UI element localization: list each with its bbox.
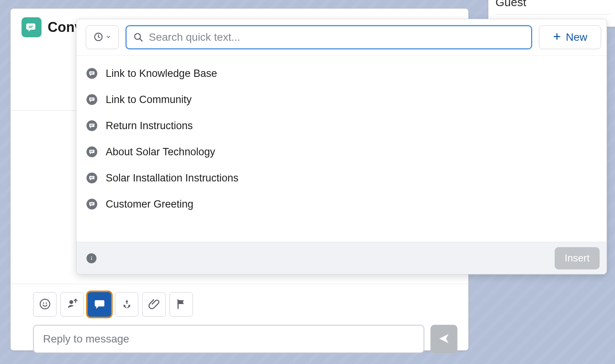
svg-rect-9 xyxy=(90,73,93,74)
svg-point-1 xyxy=(43,302,44,304)
person-transfer-icon xyxy=(66,298,78,311)
reply-input[interactable] xyxy=(33,325,424,353)
quick-text-toolbar: New xyxy=(76,19,607,56)
svg-point-2 xyxy=(46,302,47,304)
quick-text-item-label: Solar Installation Instructions xyxy=(106,172,238,184)
svg-rect-15 xyxy=(90,152,93,152)
quick-text-footer: Insert xyxy=(76,242,607,274)
emoji-icon xyxy=(39,298,51,311)
quick-text-item[interactable]: Link to Community xyxy=(86,86,597,113)
quick-text-item[interactable]: About Solar Technology xyxy=(86,139,597,165)
quick-text-item[interactable]: Return Instructions xyxy=(86,113,597,139)
info-icon[interactable] xyxy=(86,253,96,263)
quick-text-item-label: About Solar Technology xyxy=(106,146,215,158)
clock-icon xyxy=(93,32,103,43)
svg-rect-14 xyxy=(90,151,93,151)
quick-text-item-label: Return Instructions xyxy=(106,120,193,132)
send-button[interactable] xyxy=(430,325,457,353)
insert-button[interactable]: Insert xyxy=(555,247,600,269)
attachment-button[interactable] xyxy=(142,292,166,317)
quick-text-search-input[interactable] xyxy=(149,26,524,48)
chat-app-icon xyxy=(22,17,42,37)
reply-row xyxy=(33,325,457,353)
search-field-wrap[interactable] xyxy=(126,25,532,49)
svg-rect-19 xyxy=(90,204,93,204)
divider xyxy=(495,14,611,15)
quick-text-item-label: Link to Knowledge Base xyxy=(106,68,217,80)
svg-rect-21 xyxy=(91,258,92,259)
svg-rect-10 xyxy=(90,98,93,99)
repeat-button[interactable] xyxy=(115,292,138,317)
quick-text-panel: New Link to Knowledge Base Link to Commu… xyxy=(76,19,607,274)
svg-rect-12 xyxy=(90,125,93,125)
svg-rect-4 xyxy=(96,302,102,303)
search-icon xyxy=(133,32,143,42)
guest-label: Guest xyxy=(495,0,611,9)
new-button-label: New xyxy=(566,31,587,43)
emoji-button[interactable] xyxy=(33,292,57,317)
divider xyxy=(11,284,468,284)
svg-rect-13 xyxy=(90,126,93,126)
quick-text-item[interactable]: Customer Greeting xyxy=(86,191,597,217)
composer-toolbar xyxy=(33,292,193,317)
transfer-button[interactable] xyxy=(60,292,84,317)
plus-icon xyxy=(553,31,561,43)
chat-bubble-icon xyxy=(94,298,105,311)
chat-bubble-icon xyxy=(86,68,97,79)
chevron-down-icon xyxy=(106,34,111,41)
send-icon xyxy=(438,332,450,346)
quick-text-item-label: Link to Community xyxy=(106,94,192,106)
quick-text-list: Link to Knowledge Base Link to Community… xyxy=(76,56,607,242)
new-quick-text-button[interactable]: New xyxy=(539,25,601,49)
paperclip-icon xyxy=(148,298,160,311)
chat-bubble-icon xyxy=(86,146,97,157)
chat-bubble-icon xyxy=(86,173,97,183)
svg-rect-11 xyxy=(90,100,93,100)
svg-point-0 xyxy=(40,299,50,309)
recycle-icon xyxy=(121,298,133,311)
quick-text-item[interactable]: Solar Installation Instructions xyxy=(86,165,597,191)
chat-bubble-icon xyxy=(86,199,97,209)
svg-point-20 xyxy=(91,256,92,257)
quick-text-item[interactable]: Link to Knowledge Base xyxy=(86,60,597,86)
svg-rect-5 xyxy=(96,304,101,304)
quick-text-button[interactable] xyxy=(88,292,111,317)
svg-point-3 xyxy=(69,300,73,304)
svg-rect-8 xyxy=(90,72,93,73)
svg-rect-17 xyxy=(90,178,93,178)
flag-button[interactable] xyxy=(170,292,193,317)
svg-rect-16 xyxy=(90,177,93,177)
chat-bubble-icon xyxy=(86,94,97,105)
flag-icon xyxy=(176,298,187,311)
chat-bubble-icon xyxy=(86,120,97,131)
quick-text-item-label: Customer Greeting xyxy=(106,198,193,210)
recent-dropdown[interactable] xyxy=(86,25,119,49)
svg-rect-18 xyxy=(90,203,93,203)
